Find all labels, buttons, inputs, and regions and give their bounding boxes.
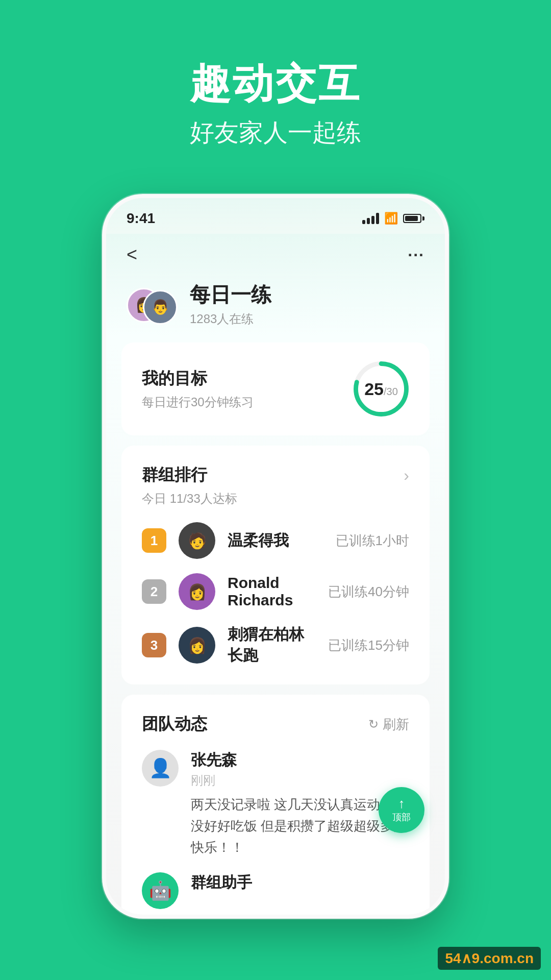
fab-arrow-icon: ↑ bbox=[398, 797, 405, 810]
ranking-item-3: 3 👩 刺猬在柏林长跑 已训练15分钟 bbox=[142, 624, 409, 666]
status-icons: 📶 bbox=[362, 212, 424, 225]
ranking-subtitle: 今日 11/33人达标 bbox=[142, 491, 409, 507]
activity-title: 团队动态 bbox=[142, 713, 207, 736]
activity-user-2: 群组助手 bbox=[191, 872, 252, 893]
rank-badge-3: 3 bbox=[142, 633, 166, 657]
activity-item-1: 👤 张先森 刚刚 两天没记录啦 这几天没认真运动 也没好好吃饭 但是积攒了超级超… bbox=[142, 750, 409, 858]
rank-duration-1: 已训练1小时 bbox=[336, 532, 409, 550]
wifi-icon: 📶 bbox=[384, 212, 398, 225]
rank-badge-1: 1 bbox=[142, 528, 166, 553]
ranking-header: 群组排行 › bbox=[142, 464, 409, 486]
rank-name-2: Ronald Richards bbox=[228, 574, 316, 609]
hero-section: 趣动交互 好友家人一起练 bbox=[0, 0, 551, 149]
refresh-icon: ↻ bbox=[368, 717, 379, 731]
rank-duration-2: 已训练40分钟 bbox=[328, 583, 409, 601]
group-info: 每日一练 1283人在练 bbox=[190, 281, 271, 327]
status-bar: 9:41 📶 bbox=[106, 198, 445, 234]
rank-duration-3: 已训练15分钟 bbox=[328, 636, 409, 654]
rank-badge-2: 2 bbox=[142, 579, 166, 604]
refresh-button[interactable]: ↻ 刷新 bbox=[368, 716, 409, 733]
refresh-label: 刷新 bbox=[383, 716, 409, 733]
activity-user-1: 张先森 bbox=[191, 750, 409, 771]
fab-label: 顶部 bbox=[392, 811, 411, 823]
group-header: 👩 👨 每日一练 1283人在练 bbox=[106, 276, 445, 342]
activity-item-2: 🤖 群组助手 bbox=[142, 872, 409, 909]
progress-label: 25/30 bbox=[364, 380, 398, 398]
rank-avatar-1: 🧑 bbox=[179, 522, 215, 559]
back-button[interactable]: < bbox=[127, 244, 137, 265]
watermark: 54∧9.com.cn bbox=[438, 947, 541, 970]
ranking-list: 1 🧑 温柔得我 已训练1小时 2 👩 Ronald Richards 已训练4… bbox=[142, 522, 409, 666]
activity-text-1: 两天没记录啦 这几天没认真运动 也没好好吃饭 但是积攒了超级超级多的快乐！！ bbox=[191, 794, 409, 858]
activity-avatar-1: 👤 bbox=[142, 750, 179, 787]
group-members-count: 1283人在练 bbox=[190, 311, 271, 327]
battery-icon bbox=[403, 214, 424, 223]
activity-content-2: 群组助手 bbox=[191, 872, 252, 893]
phone-frame: 9:41 📶 < ··· 👩 bbox=[102, 194, 449, 919]
activity-avatar-2: 🤖 bbox=[142, 872, 179, 909]
activity-header: 团队动态 ↻ 刷新 bbox=[142, 713, 409, 736]
progress-current: 25 bbox=[364, 379, 384, 399]
ranking-item-1: 1 🧑 温柔得我 已训练1小时 bbox=[142, 522, 409, 559]
nav-bar: < ··· bbox=[106, 234, 445, 276]
activity-content-1: 张先森 刚刚 两天没记录啦 这几天没认真运动 也没好好吃饭 但是积攒了超级超级多… bbox=[191, 750, 409, 858]
progress-circle: 25/30 bbox=[353, 361, 409, 417]
ranking-item-2: 2 👩 Ronald Richards 已训练40分钟 bbox=[142, 573, 409, 610]
more-button[interactable]: ··· bbox=[408, 246, 424, 264]
activity-time-1: 刚刚 bbox=[191, 771, 409, 790]
phone-content: < ··· 👩 👨 每日一练 1283人在练 我的目标 bbox=[106, 234, 445, 915]
goal-description: 每日进行30分钟练习 bbox=[142, 394, 254, 410]
hero-title: 趣动交互 bbox=[0, 61, 551, 106]
goal-card: 我的目标 每日进行30分钟练习 25/30 bbox=[121, 342, 430, 435]
status-time: 9:41 bbox=[127, 210, 155, 227]
rank-name-1: 温柔得我 bbox=[228, 530, 323, 551]
signal-icon bbox=[362, 213, 379, 224]
avatar-2: 👨 bbox=[143, 290, 178, 325]
goal-title: 我的目标 bbox=[142, 368, 254, 390]
ranking-title: 群组排行 bbox=[142, 464, 207, 486]
phone-mockup: 9:41 📶 < ··· 👩 bbox=[102, 194, 449, 919]
goal-text: 我的目标 每日进行30分钟练习 bbox=[142, 368, 254, 410]
ranking-card: 群组排行 › 今日 11/33人达标 1 🧑 温柔得我 已训练1小时 bbox=[121, 446, 430, 684]
chevron-right-icon[interactable]: › bbox=[404, 466, 409, 485]
rank-avatar-2: 👩 bbox=[179, 573, 215, 610]
fab-top-button[interactable]: ↑ 顶部 bbox=[379, 787, 424, 833]
group-avatars: 👩 👨 bbox=[127, 284, 178, 325]
rank-name-3: 刺猬在柏林长跑 bbox=[228, 624, 316, 666]
progress-total: /30 bbox=[384, 386, 398, 397]
hero-subtitle: 好友家人一起练 bbox=[0, 116, 551, 149]
group-name: 每日一练 bbox=[190, 281, 271, 309]
rank-avatar-3: 👩 bbox=[179, 627, 215, 664]
